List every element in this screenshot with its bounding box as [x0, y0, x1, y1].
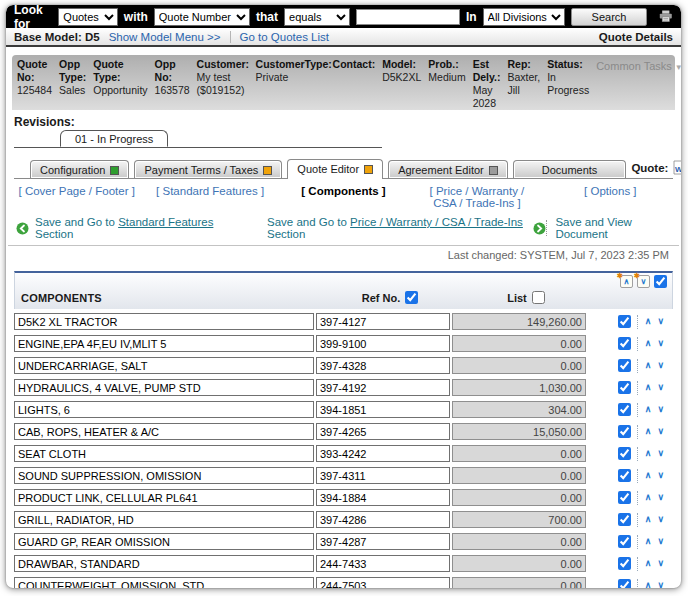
tab-agreement-editor[interactable]: Agreement Editor	[388, 160, 508, 178]
component-ref-no-input[interactable]	[316, 555, 450, 572]
table-row: ∧ ∨	[14, 335, 673, 352]
move-row-up-icon[interactable]: ∧	[644, 315, 653, 328]
move-row-down-icon[interactable]: ∨	[656, 381, 665, 394]
subnav-price-warranty-csa-tradeins[interactable]: [ Price / Warranty / CSA / Trade-Ins ]	[410, 185, 543, 209]
subnav-cover-page-footer[interactable]: [ Cover Page / Footer ]	[10, 185, 143, 197]
move-row-up-icon[interactable]: ∧	[644, 447, 653, 460]
move-row-up-icon[interactable]: ∧	[644, 403, 653, 416]
component-ref-no-input[interactable]	[316, 533, 450, 550]
revision-tab[interactable]: 01 - In Progress	[60, 130, 168, 147]
move-row-down-icon[interactable]: ∨	[656, 491, 665, 504]
move-row-down-icon[interactable]: ∨	[656, 315, 665, 328]
component-include-checkbox[interactable]	[618, 403, 631, 416]
move-row-up-icon[interactable]: ∧	[644, 513, 653, 526]
component-ref-no-input[interactable]	[316, 423, 450, 440]
component-include-checkbox[interactable]	[618, 315, 631, 328]
component-description-input[interactable]	[14, 577, 314, 588]
subnav-options[interactable]: [ Options ]	[544, 185, 677, 197]
common-tasks-menu[interactable]: Common Tasks ▼	[596, 58, 681, 107]
move-row-down-icon[interactable]: ∨	[656, 403, 665, 416]
component-ref-no-input[interactable]	[316, 511, 450, 528]
tab-configuration[interactable]: Configuration	[30, 160, 129, 178]
search-operator-select[interactable]: equals	[284, 8, 350, 26]
move-row-up-icon[interactable]: ∧	[644, 535, 653, 548]
word-document-icon[interactable]: W	[672, 160, 681, 175]
component-ref-no-input[interactable]	[316, 379, 450, 396]
tab-documents[interactable]: Documents	[513, 160, 627, 178]
search-button[interactable]: Search	[571, 8, 648, 26]
move-row-down-icon[interactable]: ∨	[656, 535, 665, 548]
move-row-down-icon[interactable]: ∨	[656, 579, 665, 588]
component-include-checkbox[interactable]	[618, 535, 631, 548]
show-model-menu-link[interactable]: Show Model Menu >>	[109, 31, 221, 43]
component-ref-no-input[interactable]	[316, 335, 450, 352]
move-row-up-icon[interactable]: ∧	[644, 579, 653, 588]
tab-payment-terms-taxes[interactable]: Payment Terms / Taxes	[134, 160, 282, 178]
move-row-down-icon[interactable]: ∨	[656, 337, 665, 350]
move-row-down-icon[interactable]: ∨	[656, 425, 665, 438]
division-select[interactable]: All Divisions	[483, 8, 565, 26]
component-description-input[interactable]	[14, 313, 314, 330]
save-go-standard-features-link[interactable]: Save and Go to Standard Features Section	[16, 216, 227, 240]
component-include-checkbox[interactable]	[618, 381, 631, 394]
component-description-input[interactable]	[14, 511, 314, 528]
component-description-input[interactable]	[14, 445, 314, 462]
search-scope-select[interactable]: Quotes	[58, 8, 117, 26]
move-row-down-icon[interactable]: ∨	[656, 359, 665, 372]
move-row-up-icon[interactable]: ∧	[644, 491, 653, 504]
tab-quote-editor[interactable]: Quote Editor	[287, 159, 383, 179]
opp-no-link[interactable]: 163578	[155, 84, 190, 97]
save-go-price-warranty-link[interactable]: Save and Go to Price / Warranty / CSA / …	[267, 216, 546, 240]
component-ref-no-input[interactable]	[316, 489, 450, 506]
component-include-checkbox[interactable]	[618, 579, 631, 588]
save-and-view-document-link[interactable]: Save and View Document	[555, 216, 671, 240]
component-description-input[interactable]	[14, 467, 314, 484]
component-description-input[interactable]	[14, 555, 314, 572]
component-description-input[interactable]	[14, 379, 314, 396]
select-all-checkbox[interactable]	[654, 275, 667, 288]
divider	[637, 403, 638, 417]
printer-icon[interactable]	[659, 9, 673, 24]
component-description-input[interactable]	[14, 489, 314, 506]
move-row-up-icon[interactable]: ∧	[644, 381, 653, 394]
component-ref-no-input[interactable]	[316, 445, 450, 462]
component-ref-no-input[interactable]	[316, 357, 450, 374]
search-field-select[interactable]: Quote Number	[154, 8, 250, 26]
component-include-checkbox[interactable]	[618, 447, 631, 460]
status-square-icon	[263, 166, 272, 175]
move-row-up-icon[interactable]: ∧	[644, 425, 653, 438]
component-include-checkbox[interactable]	[618, 491, 631, 504]
component-ref-no-input[interactable]	[316, 313, 450, 330]
component-include-checkbox[interactable]	[618, 469, 631, 482]
component-include-checkbox[interactable]	[618, 557, 631, 570]
move-row-up-icon[interactable]: ∧	[644, 557, 653, 570]
move-row-down-icon[interactable]: ∨	[656, 447, 665, 460]
component-ref-no-input[interactable]	[316, 577, 450, 588]
move-row-down-icon[interactable]: ∨	[656, 557, 665, 570]
component-description-input[interactable]	[14, 423, 314, 440]
subnav-components[interactable]: [ Components ]	[277, 185, 410, 197]
move-row-down-icon[interactable]: ∨	[656, 469, 665, 482]
component-include-checkbox[interactable]	[618, 425, 631, 438]
component-description-input[interactable]	[14, 533, 314, 550]
go-to-quotes-list-link[interactable]: Go to Quotes List	[240, 31, 330, 43]
component-list-price-input	[452, 577, 586, 588]
subnav-standard-features[interactable]: [ Standard Features ]	[143, 185, 276, 197]
component-ref-no-input[interactable]	[316, 467, 450, 484]
move-row-down-icon[interactable]: ∨	[656, 513, 665, 526]
move-selected-top-icon[interactable]: ∧	[620, 275, 633, 288]
move-selected-bottom-icon[interactable]: ∨	[637, 275, 650, 288]
move-row-up-icon[interactable]: ∧	[644, 337, 653, 350]
component-include-checkbox[interactable]	[618, 513, 631, 526]
component-include-checkbox[interactable]	[618, 337, 631, 350]
component-description-input[interactable]	[14, 335, 314, 352]
move-row-up-icon[interactable]: ∧	[644, 359, 653, 372]
component-include-checkbox[interactable]	[618, 359, 631, 372]
ref-no-visibility-checkbox[interactable]	[405, 291, 418, 304]
move-row-up-icon[interactable]: ∧	[644, 469, 653, 482]
list-visibility-checkbox[interactable]	[532, 291, 545, 304]
component-ref-no-input[interactable]	[316, 401, 450, 418]
search-query-input[interactable]	[356, 9, 460, 25]
component-description-input[interactable]	[14, 401, 314, 418]
component-description-input[interactable]	[14, 357, 314, 374]
